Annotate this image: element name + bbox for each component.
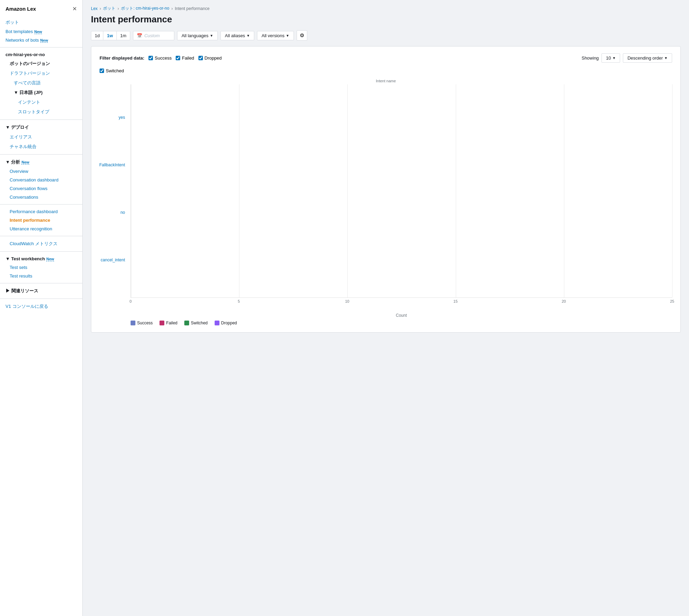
- all-versions-dropdown[interactable]: All versions ▼: [257, 31, 294, 40]
- legend-label-switched: Switched: [191, 321, 208, 325]
- sidebar-divider-11: [0, 119, 82, 120]
- all-aliases-dropdown[interactable]: All aliases ▼: [220, 31, 254, 40]
- y-label-no[interactable]: no: [100, 210, 128, 215]
- order-dropdown[interactable]: Descending order ▼: [623, 53, 672, 63]
- grid-line-15: [456, 84, 456, 297]
- x-tick-10: 10: [345, 299, 349, 303]
- badge-networks-of-bots: New: [40, 38, 48, 43]
- y-label-yes[interactable]: yes: [100, 115, 128, 120]
- sidebar-item-v1-console[interactable]: V1 コンソールに戻る: [0, 302, 82, 311]
- settings-button[interactable]: ⚙: [297, 30, 307, 41]
- sidebar-item-deploy: ▼ デプロイ: [0, 123, 82, 132]
- all-languages-dropdown[interactable]: All languages ▼: [177, 31, 218, 40]
- sidebar: Amazon Lex ✕ ボットBot templatesNewNetworks…: [0, 0, 83, 616]
- dropped-label: Dropped: [205, 55, 222, 61]
- switched-label: Switched: [106, 68, 124, 73]
- sidebar-item-related-resources: ▶ 関連リソース: [0, 286, 82, 296]
- y-label-cancel_intent[interactable]: cancel_intent: [100, 258, 128, 262]
- sidebar-item-all-languages[interactable]: すべての言語: [0, 78, 82, 88]
- sidebar-item-bots[interactable]: ボット: [0, 18, 82, 27]
- failed-filter[interactable]: Failed: [176, 55, 194, 61]
- time-1w-button[interactable]: 1w: [103, 31, 116, 40]
- switched-filter[interactable]: Switched: [100, 68, 124, 73]
- chart-area: Intent name yesFallbackIntentnocancel_in…: [100, 79, 672, 325]
- custom-date-input[interactable]: 📅 Custom: [133, 31, 174, 40]
- grid-line-10: [347, 84, 348, 297]
- dropped-filter[interactable]: Dropped: [198, 55, 222, 61]
- toolbar: 1d 1w 1m 📅 Custom All languages ▼ All al…: [83, 30, 689, 46]
- y-label-FallbackIntent[interactable]: FallbackIntent: [100, 163, 128, 167]
- close-button[interactable]: ✕: [72, 6, 77, 12]
- legend-item-switched: Switched: [184, 321, 208, 325]
- sidebar-item-bot-version: ボットのバージョン: [0, 59, 82, 69]
- x-tick-0: 0: [130, 299, 132, 303]
- x-tick-5: 5: [238, 299, 240, 303]
- sidebar-divider-21: [0, 204, 82, 205]
- sidebar-item-conversation-flows[interactable]: Conversation flows: [0, 184, 82, 193]
- custom-date-label: Custom: [144, 33, 160, 38]
- sidebar-divider-3: [0, 47, 82, 48]
- sidebar-item-test-results[interactable]: Test results: [0, 272, 82, 280]
- sidebar-item-channel[interactable]: チャネル統合: [0, 142, 82, 152]
- sidebar-item-intent[interactable]: インテント: [0, 97, 82, 107]
- showing-label: Showing: [582, 55, 599, 61]
- switched-checkbox[interactable]: [100, 69, 104, 73]
- bar-group-yes: [131, 109, 132, 126]
- filter-label: Filter displayed data:: [100, 55, 144, 61]
- chart-plot: [131, 84, 672, 298]
- breadcrumb-bots[interactable]: ボット: [103, 6, 115, 11]
- main-content: Lex › ボット › ボット: cm-hirai-yes-or-no › In…: [83, 0, 689, 616]
- chart-legend: SuccessFailedSwitchedDropped: [131, 321, 672, 325]
- legend-label-success: Success: [137, 321, 153, 325]
- sidebar-item-test-workbench: ▼ Test workbenchNew: [0, 254, 82, 263]
- legend-item-failed: Failed: [160, 321, 177, 325]
- legend-dot-dropped: [215, 321, 219, 325]
- filter-second-row: Switched: [100, 68, 672, 73]
- time-1d-button[interactable]: 1d: [91, 31, 103, 40]
- app-title: Amazon Lex: [6, 6, 36, 12]
- dropdown-arrow-icon: ▼: [286, 34, 289, 38]
- showing-arrow-icon: ▼: [613, 56, 616, 60]
- sidebar-item-utterance-recognition[interactable]: Utterance recognition: [0, 225, 82, 233]
- sidebar-item-overview[interactable]: Overview: [0, 167, 82, 176]
- sidebar-item-conversation-dashboard[interactable]: Conversation dashboard: [0, 176, 82, 184]
- sidebar-item-conversations[interactable]: Conversations: [0, 193, 82, 201]
- x-tick-15: 15: [453, 299, 457, 303]
- x-tick-20: 20: [562, 299, 566, 303]
- breadcrumb-current: Intent performance: [175, 6, 209, 11]
- chart-y-label: Intent name: [100, 79, 672, 83]
- success-label: Success: [155, 55, 172, 61]
- x-tick-25: 25: [670, 299, 674, 303]
- showing-count-dropdown[interactable]: 10 ▼: [601, 53, 620, 63]
- legend-dot-switched: [184, 321, 189, 325]
- success-filter[interactable]: Success: [148, 55, 172, 61]
- sidebar-item-test-sets[interactable]: Test sets: [0, 263, 82, 272]
- grid-line-5: [239, 84, 239, 297]
- legend-item-dropped: Dropped: [215, 321, 237, 325]
- sidebar-item-networks-of-bots[interactable]: Networks of botsNew: [0, 36, 82, 44]
- order-arrow-icon: ▼: [664, 56, 668, 60]
- filter-right: Showing 10 ▼ Descending order ▼: [582, 53, 672, 63]
- sidebar-item-intent-performance[interactable]: Intent performance: [0, 216, 82, 225]
- legend-dot-failed: [160, 321, 164, 325]
- sidebar-item-performance-dashboard[interactable]: Performance dashboard: [0, 207, 82, 216]
- chart-card: Filter displayed data: Success Failed Dr…: [91, 46, 681, 333]
- failed-checkbox[interactable]: [176, 56, 180, 60]
- filter-left: Filter displayed data: Success Failed Dr…: [100, 55, 222, 61]
- breadcrumb-lex[interactable]: Lex: [91, 6, 97, 11]
- success-checkbox[interactable]: [148, 56, 153, 60]
- sidebar-item-cloudwatch[interactable]: CloudWatch メトリクス: [0, 239, 82, 249]
- sidebar-divider-33: [0, 299, 82, 299]
- sidebar-item-draft-version[interactable]: ドラフトバージョン: [0, 69, 82, 78]
- sidebar-item-slot-type[interactable]: スロットタイプ: [0, 107, 82, 117]
- x-axis-label: Count: [131, 313, 672, 318]
- sidebar-item-bot-templates[interactable]: Bot templatesNew: [0, 27, 82, 36]
- failed-label: Failed: [182, 55, 194, 61]
- dropped-checkbox[interactable]: [198, 56, 203, 60]
- time-1m-button[interactable]: 1m: [117, 31, 130, 40]
- calendar-icon: 📅: [137, 33, 142, 38]
- sidebar-item-alias[interactable]: エイリアス: [0, 132, 82, 142]
- breadcrumb-bot-name[interactable]: ボット: cm-hirai-yes-or-no: [121, 6, 169, 11]
- sidebar-divider-15: [0, 154, 82, 155]
- legend-label-dropped: Dropped: [221, 321, 237, 325]
